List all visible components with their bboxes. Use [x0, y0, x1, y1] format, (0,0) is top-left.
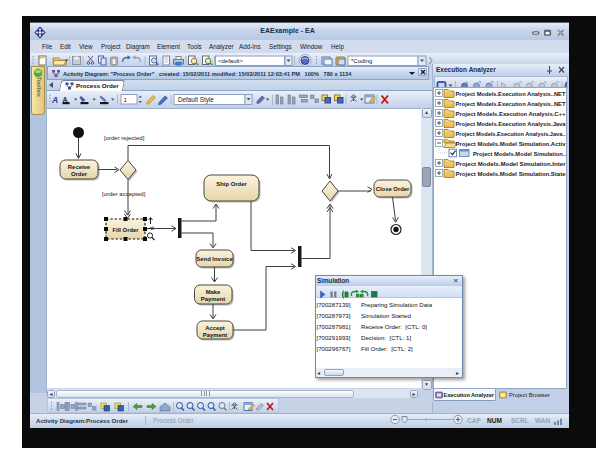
- svg-text:Order: Order: [71, 171, 88, 177]
- svg-text:Close Order: Close Order: [376, 186, 410, 192]
- svg-text:Ship Order: Ship Order: [216, 181, 247, 187]
- svg-text:Default Style: Default Style: [178, 96, 214, 104]
- svg-text:Accept: Accept: [205, 325, 225, 331]
- svg-text:<default>: <default>: [218, 58, 244, 64]
- svg-text:Project Models.Model Simulatio: Project Models.Model Simulation..: [473, 150, 566, 157]
- svg-text:Project Models.Model Simulatio: Project Models.Model Simulation.Activ: [456, 140, 567, 147]
- svg-text:*Coding: *Coding: [351, 58, 372, 64]
- svg-text:Project Models.Execution Analy: Project Models.Execution Analysis.C++: [456, 110, 566, 117]
- svg-text:Project Models.Execution Analy: Project Models.Execution Analysis..NET: [456, 100, 566, 107]
- svg-text:Project Models.Execution Analy: Project Models.Execution Analysis.Java: [456, 120, 567, 127]
- svg-text:Send Invoice: Send Invoice: [196, 256, 233, 262]
- svg-text:Receive: Receive: [68, 164, 91, 170]
- svg-text:[order accepted]: [order accepted]: [102, 191, 146, 197]
- svg-text:Project Models.Execution Analy: Project Models.Execution Analysis.Java..: [456, 130, 566, 137]
- svg-text:Project Models.Model Simulatio: Project Models.Model Simulation.State: [456, 170, 567, 177]
- svg-text:Make: Make: [206, 289, 221, 295]
- svg-text:A: A: [63, 96, 68, 103]
- svg-text:Project Models.Model Simulatio: Project Models.Model Simulation.Inter: [456, 160, 567, 167]
- svg-text:A: A: [51, 95, 58, 105]
- svg-text:Payment: Payment: [201, 296, 226, 302]
- svg-text:Fill Order: Fill Order: [112, 227, 139, 233]
- svg-text:Payment: Payment: [203, 332, 228, 338]
- svg-text:[order rejected]: [order rejected]: [104, 135, 145, 141]
- svg-text:Project Models.Execution Analy: Project Models.Execution Analysis..NET: [456, 90, 566, 97]
